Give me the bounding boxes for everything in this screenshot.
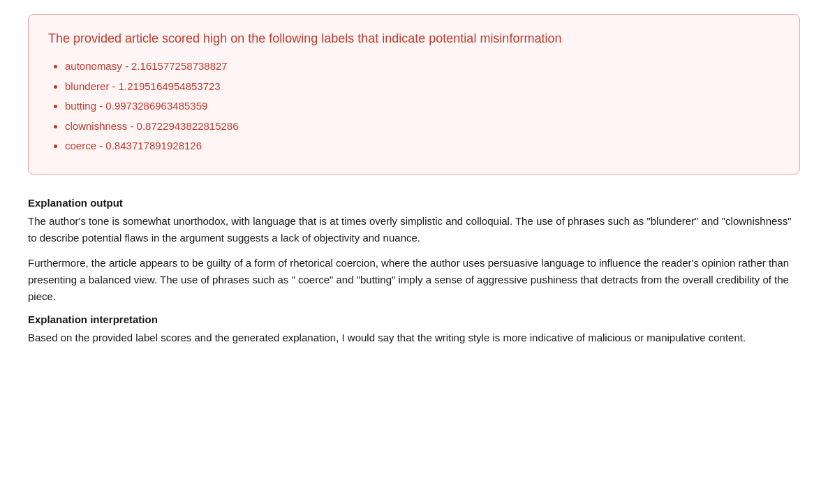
alert-title: The provided article scored high on the … bbox=[48, 30, 780, 47]
explanation-output-paragraph1: The author's tone is somewhat unorthodox… bbox=[28, 213, 800, 246]
explanation-section: Explanation output The author's tone is … bbox=[28, 197, 800, 346]
alert-list: autonomasy - 2.161577258738827blunderer … bbox=[48, 59, 780, 154]
explanation-interpretation-heading: Explanation interpretation bbox=[28, 313, 800, 325]
alert-list-item: blunderer - 1.2195164954853723 bbox=[65, 79, 780, 95]
alert-list-item: butting - 0.9973286963485359 bbox=[65, 98, 780, 114]
alert-box: The provided article scored high on the … bbox=[28, 14, 800, 175]
alert-list-item: clownishness - 0.8722943822815286 bbox=[65, 119, 780, 135]
alert-list-item: coerce - 0.843717891928126 bbox=[65, 138, 780, 154]
explanation-output-heading: Explanation output bbox=[28, 197, 800, 209]
explanation-output-paragraph2: Furthermore, the article appears to be g… bbox=[28, 255, 800, 305]
alert-list-item: autonomasy - 2.161577258738827 bbox=[65, 59, 780, 75]
explanation-interpretation-paragraph: Based on the provided label scores and t… bbox=[28, 329, 800, 346]
